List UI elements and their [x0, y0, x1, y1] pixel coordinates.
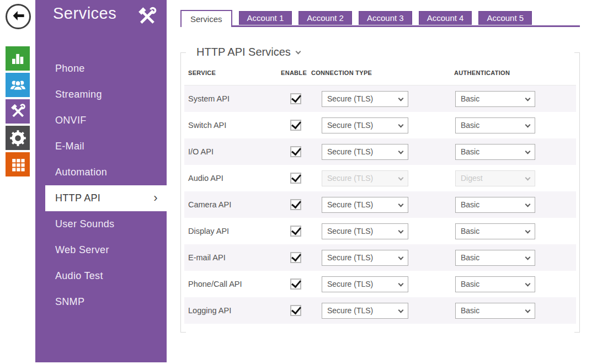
authentication-select[interactable]: Basic — [455, 117, 535, 133]
sidebar-item-label: Streaming — [55, 89, 102, 100]
sidebar-item-label: Phone — [55, 63, 85, 74]
table-row: I/O API Secure (TLS) Basic — [184, 138, 576, 165]
enable-checkbox[interactable] — [290, 199, 301, 210]
connection-type-select[interactable]: Secure (TLS) — [322, 117, 408, 133]
sidebar-item-label: HTTP API — [55, 192, 100, 204]
gear-icon[interactable] — [6, 126, 30, 150]
sidebar-item-snmp[interactable]: SNMP › — [35, 289, 167, 315]
tab-account-2[interactable]: Account 2 — [298, 11, 352, 25]
authentication-select[interactable]: Basic — [455, 144, 535, 160]
tab-account-4[interactable]: Account 4 — [419, 11, 472, 25]
sidebar-item-user-sounds[interactable]: User Sounds › — [35, 211, 167, 237]
sidebar-nav: Phone › Streaming › ONVIF › E-Mail › Aut… — [35, 56, 167, 315]
sidebar-title: Services — [53, 4, 116, 23]
table-row: Logging API Secure (TLS) Basic — [184, 297, 576, 324]
grid-icon[interactable] — [6, 152, 30, 176]
sidebar-item-onvif[interactable]: ONVIF › — [35, 108, 167, 133]
connection-type-select[interactable]: Secure (TLS) — [322, 197, 408, 213]
column-authentication: AUTHENTICATION — [449, 69, 576, 76]
chevron-down-icon — [295, 49, 301, 54]
authentication-select[interactable]: Basic — [455, 303, 535, 319]
sidebar-item-label: Web Server — [55, 244, 109, 256]
column-service: SERVICE — [184, 69, 281, 76]
service-name: Phone/Call API — [184, 280, 281, 288]
table-row: Audio API Secure (TLS) Digest — [184, 165, 576, 191]
enable-checkbox[interactable] — [290, 226, 301, 237]
table-row: Camera API Secure (TLS) Basic — [184, 191, 576, 218]
connection-type-select[interactable]: Secure (TLS) — [322, 250, 408, 266]
sidebar: Services Phone › Streaming › ONVIF › E-M… — [35, 0, 167, 362]
column-connection-type: CONNECTION TYPE — [311, 69, 449, 76]
tab-account-3[interactable]: Account 3 — [359, 11, 412, 25]
sidebar-item-label: E-Mail — [55, 141, 84, 152]
connection-type-select[interactable]: Secure (TLS) — [322, 276, 408, 292]
table-body: System API Secure (TLS) Basic Switch API… — [184, 85, 576, 324]
service-name: Switch API — [184, 121, 281, 130]
sidebar-item-streaming[interactable]: Streaming › — [35, 82, 167, 108]
table-row: Display API Secure (TLS) Basic — [184, 218, 576, 244]
sidebar-item-label: Automation — [55, 167, 107, 178]
enable-checkbox[interactable] — [290, 146, 301, 157]
tools-icon[interactable] — [6, 99, 30, 124]
tabs-area: ServicesAccount 1Account 2Account 3Accou… — [180, 10, 580, 28]
service-name: Logging API — [184, 306, 281, 315]
enable-checkbox[interactable] — [290, 120, 301, 131]
table-row: Switch API Secure (TLS) Basic — [184, 112, 576, 138]
sidebar-item-audio-test[interactable]: Audio Test › — [35, 263, 167, 289]
back-button[interactable] — [6, 4, 31, 29]
sidebar-item-phone[interactable]: Phone › — [35, 56, 167, 82]
tabbar: ServicesAccount 1Account 2Account 3Accou… — [180, 10, 532, 27]
connection-type-select[interactable]: Secure (TLS) — [322, 303, 408, 319]
table-row: Phone/Call API Secure (TLS) Basic — [184, 271, 576, 297]
icon-rail — [0, 0, 35, 364]
enable-checkbox[interactable] — [290, 93, 301, 104]
authentication-select[interactable]: Basic — [455, 197, 535, 213]
enable-checkbox[interactable] — [290, 252, 301, 263]
sidebar-item-e-mail[interactable]: E-Mail › — [35, 133, 167, 159]
sidebar-item-label: User Sounds — [55, 218, 114, 230]
tools-icon — [136, 6, 158, 30]
app-window: Services Phone › Streaming › ONVIF › E-M… — [0, 0, 613, 364]
connection-type-select[interactable]: Secure (TLS) — [322, 223, 408, 239]
main-content: ServicesAccount 1Account 2Account 3Accou… — [180, 0, 580, 364]
sidebar-item-label: SNMP — [55, 296, 84, 308]
service-name: System API — [184, 94, 281, 103]
enable-checkbox[interactable] — [290, 173, 301, 184]
tab-account-5[interactable]: Account 5 — [478, 11, 532, 25]
chevron-right-icon: › — [153, 192, 158, 204]
sidebar-item-web-server[interactable]: Web Server › — [35, 237, 167, 263]
sidebar-item-http-api[interactable]: HTTP API › — [45, 185, 167, 211]
tab-services[interactable]: Services — [180, 10, 232, 27]
service-name: E-mail API — [184, 253, 281, 262]
connection-type-select[interactable]: Secure (TLS) — [322, 91, 408, 107]
enable-checkbox[interactable] — [290, 279, 301, 290]
users-icon[interactable] — [6, 73, 30, 97]
enable-checkbox[interactable] — [290, 305, 301, 316]
authentication-select[interactable]: Basic — [455, 250, 535, 266]
authentication-select[interactable]: Digest — [455, 170, 535, 186]
panel-title-text: HTTP API Services — [196, 46, 291, 58]
connection-type-select[interactable]: Secure (TLS) — [322, 144, 408, 160]
service-name: Camera API — [184, 200, 281, 209]
sidebar-item-label: Audio Test — [55, 270, 103, 282]
service-name: Display API — [184, 227, 281, 235]
authentication-select[interactable]: Basic — [455, 223, 535, 239]
authentication-select[interactable]: Basic — [455, 91, 535, 107]
http-api-services-panel: HTTP API Services SERVICE ENABLE CONNECT… — [180, 52, 580, 333]
service-name: Audio API — [184, 174, 281, 183]
back-arrow-icon — [11, 8, 26, 25]
table-row: System API Secure (TLS) Basic — [184, 85, 576, 112]
bar-chart-icon[interactable] — [6, 46, 30, 71]
sidebar-item-label: ONVIF — [55, 115, 87, 126]
connection-type-select[interactable]: Secure (TLS) — [322, 170, 408, 186]
service-name: I/O API — [184, 147, 281, 156]
tab-account-1[interactable]: Account 1 — [239, 11, 292, 25]
sidebar-item-automation[interactable]: Automation › — [35, 159, 167, 185]
table-row: E-mail API Secure (TLS) Basic — [184, 244, 576, 271]
column-enable: ENABLE — [281, 69, 311, 76]
authentication-select[interactable]: Basic — [455, 276, 535, 292]
panel-title[interactable]: HTTP API Services — [190, 46, 306, 58]
